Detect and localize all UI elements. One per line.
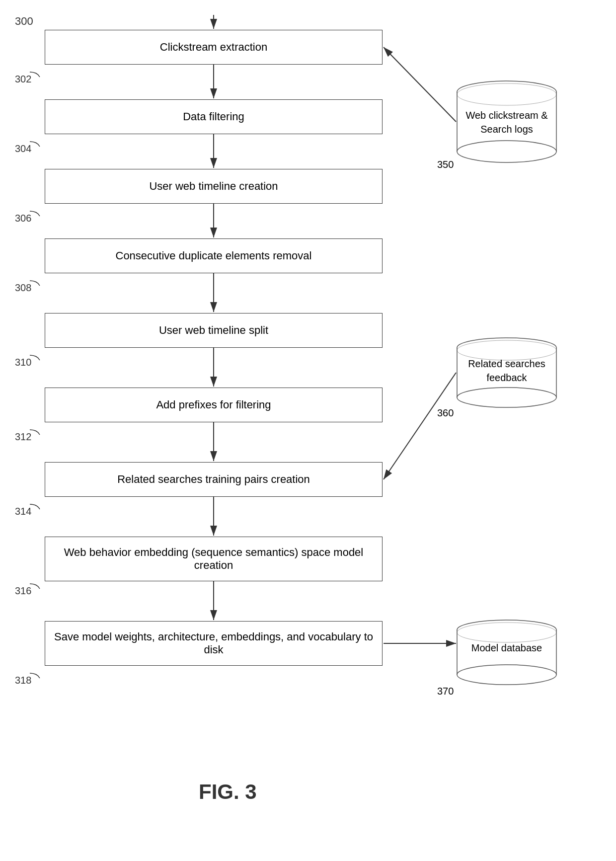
svg-point-16 [457, 83, 556, 105]
step-label-304: 304 [15, 143, 31, 155]
flow-box-related-searches-training: Related searches training pairs creation [45, 462, 383, 497]
cylinder-370-number: 370 [437, 686, 454, 697]
flow-box-save-model-weights: Save model weights, architecture, embedd… [45, 621, 383, 666]
flow-box-user-web-timeline-split: User web timeline split [45, 313, 383, 348]
flow-box-add-prefixes: Add prefixes for filtering [45, 388, 383, 422]
flow-box-consecutive-duplicate: Consecutive duplicate elements removal [45, 238, 383, 273]
step-label-318: 318 [15, 675, 31, 686]
cylinder-360-number: 360 [437, 407, 454, 419]
step-label-316: 316 [15, 585, 31, 597]
svg-point-11 [457, 81, 556, 103]
cylinder-360-label: Related searches feedback [457, 357, 556, 385]
cylinder-370-label: Model database [457, 641, 556, 655]
step-label-314: 314 [15, 506, 31, 517]
svg-point-28 [457, 623, 556, 642]
svg-line-29 [384, 47, 456, 122]
flow-box-clickstream-extraction: Clickstream extraction [45, 30, 383, 65]
diagram-number: 300 [15, 15, 33, 28]
step-label-312: 312 [15, 431, 31, 443]
step-label-310: 310 [15, 357, 31, 368]
flow-box-web-behavior-embedding: Web behavior embedding (sequence semanti… [45, 537, 383, 581]
step-label-308: 308 [15, 282, 31, 294]
svg-point-23 [457, 620, 556, 640]
cylinder-350-number: 350 [437, 159, 454, 170]
svg-point-15 [457, 141, 556, 162]
step-label-306: 306 [15, 213, 31, 224]
figure-title: FIG. 3 [199, 780, 257, 804]
flow-box-user-web-timeline-creation: User web timeline creation [45, 169, 383, 204]
svg-point-27 [457, 665, 556, 685]
step-label-302: 302 [15, 74, 31, 85]
svg-point-17 [457, 338, 556, 358]
svg-line-30 [384, 373, 456, 479]
cylinder-350-label: Web clickstream & Search logs [457, 108, 556, 136]
flow-box-data-filtering: Data filtering [45, 99, 383, 134]
svg-point-21 [457, 388, 556, 407]
diagram-container: 300 Clickstream extraction 302 Data filt… [0, 0, 616, 861]
